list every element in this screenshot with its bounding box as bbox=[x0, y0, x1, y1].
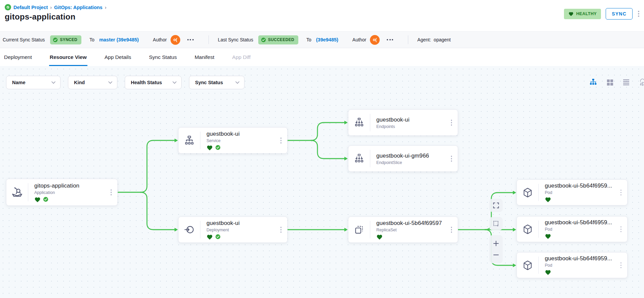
chevron-down-icon bbox=[108, 81, 112, 84]
zoom-out-button[interactable] bbox=[489, 249, 503, 261]
health-status-badge: HEALTHY bbox=[564, 9, 601, 19]
chevron-down-icon bbox=[51, 81, 55, 84]
healthy-heart-icon bbox=[34, 197, 41, 202]
breadcrumb-project-link[interactable]: Default Project bbox=[13, 5, 48, 10]
deployment-icon bbox=[179, 217, 200, 242]
tab-manifest[interactable]: Manifest bbox=[194, 48, 215, 66]
heart-icon bbox=[568, 11, 574, 16]
node-kind: Endpoints bbox=[376, 124, 458, 129]
divider bbox=[209, 35, 209, 44]
tab-sync-status[interactable]: Sync Status bbox=[148, 48, 178, 66]
divider bbox=[408, 35, 408, 44]
filter-row: Name Kind Health Status Sync Status bbox=[6, 76, 244, 89]
name-filter-dropdown[interactable]: Name bbox=[6, 76, 61, 89]
node-title: guestbook-ui bbox=[206, 131, 287, 137]
check-circle-icon bbox=[261, 37, 266, 42]
grid-view-icon[interactable] bbox=[606, 78, 614, 86]
node-kind: Deployment bbox=[206, 228, 287, 232]
node-kind: Service bbox=[206, 138, 287, 143]
node-deployment[interactable]: guestbook-ui Deployment bbox=[178, 217, 288, 243]
healthy-heart-icon bbox=[206, 234, 213, 240]
breadcrumb-section-link[interactable]: GitOps: Applications bbox=[54, 5, 103, 10]
node-kind: Application bbox=[34, 190, 117, 195]
node-menu-button[interactable] bbox=[450, 154, 454, 163]
synced-badge: SYNCED bbox=[50, 35, 81, 44]
node-endpointslice[interactable]: guestbook-ui-gm966 EndpointSlice bbox=[348, 145, 458, 172]
last-target-revision-link[interactable]: (39e9485) bbox=[316, 37, 338, 42]
node-menu-button[interactable] bbox=[450, 118, 454, 127]
node-menu-button[interactable] bbox=[279, 136, 283, 145]
fit-to-screen-button[interactable] bbox=[489, 199, 503, 212]
selection-tool-button[interactable] bbox=[489, 217, 503, 230]
node-menu-button[interactable] bbox=[619, 225, 623, 234]
sync-status-filter-dropdown[interactable]: Sync Status bbox=[189, 76, 244, 89]
node-menu-button[interactable] bbox=[619, 261, 623, 270]
author-label: Author bbox=[153, 37, 167, 42]
list-view-icon[interactable] bbox=[622, 78, 630, 86]
synced-check-icon bbox=[43, 197, 48, 202]
node-title: guestbook-ui-gm966 bbox=[376, 153, 458, 159]
healthy-heart-icon bbox=[206, 145, 213, 151]
node-menu-button[interactable] bbox=[109, 188, 113, 197]
node-service[interactable]: guestbook-ui Service bbox=[178, 127, 288, 154]
kind-filter-dropdown[interactable]: Kind bbox=[68, 76, 117, 89]
page-header: Default Project › GitOps: Applications ›… bbox=[0, 0, 644, 31]
synced-check-icon bbox=[215, 145, 221, 150]
breadcrumb-separator: › bbox=[105, 5, 107, 10]
pod-icon bbox=[517, 217, 538, 242]
node-title: guestbook-ui bbox=[206, 220, 287, 227]
current-sync-more-button[interactable] bbox=[186, 38, 195, 42]
node-pod-2[interactable]: guestbook-ui-5b64f6959... Pod bbox=[517, 216, 628, 242]
check-circle-icon bbox=[53, 37, 58, 42]
author-avatar: o( bbox=[370, 35, 380, 45]
node-endpoints[interactable]: guestbook-ui Endpoints bbox=[348, 109, 458, 136]
node-menu-button[interactable] bbox=[279, 225, 283, 234]
tab-deployment[interactable]: Deployment bbox=[3, 48, 33, 66]
node-menu-button[interactable] bbox=[450, 225, 454, 234]
node-kind: Pod bbox=[545, 227, 627, 232]
chevron-down-icon bbox=[235, 81, 239, 84]
healthy-heart-icon bbox=[545, 197, 551, 202]
node-kind: ReplicaSet bbox=[376, 228, 458, 232]
health-badge-label: HEALTHY bbox=[576, 11, 597, 16]
node-pod-3[interactable]: guestbook-ui-5b64f6959... Pod bbox=[517, 252, 628, 278]
node-pod-1[interactable]: guestbook-ui-5b64f6959... Pod bbox=[517, 179, 628, 205]
endpoints-icon bbox=[348, 110, 370, 135]
pod-icon bbox=[517, 180, 538, 205]
application-icon bbox=[6, 179, 28, 205]
canvas-controls bbox=[489, 199, 503, 263]
node-application[interactable]: gitops-application Application bbox=[6, 179, 118, 206]
node-kind: Pod bbox=[545, 263, 627, 268]
node-title: guestbook-ui-5b64f6959... bbox=[545, 183, 627, 189]
last-sync-more-button[interactable] bbox=[385, 38, 394, 42]
node-kind: Pod bbox=[545, 190, 627, 195]
network-view-icon[interactable] bbox=[639, 78, 644, 86]
current-target-revision-link[interactable]: master (39e9485) bbox=[99, 37, 139, 42]
sync-status-bar: Current Sync Status SYNCED To master (39… bbox=[0, 31, 644, 48]
succeeded-badge: SUCCEEDED bbox=[258, 35, 298, 44]
node-replicaset[interactable]: guestbook-ui-5b64f69597 ReplicaSet bbox=[348, 217, 458, 243]
endpointslice-icon bbox=[348, 146, 370, 171]
health-status-filter-dropdown[interactable]: Health Status bbox=[125, 76, 182, 89]
last-sync-label: Last Sync Status bbox=[218, 37, 253, 42]
tab-app-diff[interactable]: App Diff bbox=[231, 48, 251, 66]
tab-app-details[interactable]: App Details bbox=[104, 48, 132, 66]
sync-button[interactable]: SYNC bbox=[606, 8, 633, 20]
gitops-logo-icon bbox=[5, 4, 11, 10]
node-kind: EndpointSlice bbox=[376, 160, 458, 165]
current-sync-label: Current Sync Status bbox=[3, 37, 45, 42]
resource-graph-canvas[interactable]: Name Kind Health Status Sync Status bbox=[0, 66, 644, 298]
tab-resource-view[interactable]: Resource View bbox=[49, 48, 87, 66]
chevron-down-icon bbox=[173, 81, 177, 84]
service-icon bbox=[179, 128, 200, 153]
node-menu-button[interactable] bbox=[619, 188, 623, 197]
healthy-heart-icon bbox=[376, 234, 383, 240]
zoom-in-button[interactable] bbox=[489, 238, 503, 249]
node-title: guestbook-ui bbox=[376, 117, 458, 123]
to-label: To bbox=[89, 37, 94, 42]
breadcrumb-separator: › bbox=[50, 5, 52, 10]
tree-view-icon[interactable] bbox=[589, 78, 597, 86]
node-title: guestbook-ui-5b64f69597 bbox=[376, 220, 458, 227]
node-title: guestbook-ui-5b64f6959... bbox=[545, 219, 627, 226]
header-more-menu-button[interactable] bbox=[637, 9, 640, 18]
